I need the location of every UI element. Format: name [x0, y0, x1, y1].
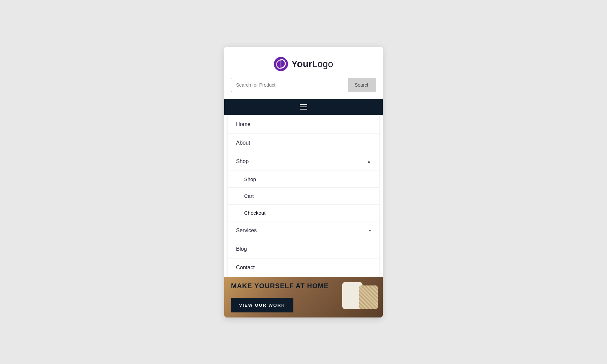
- hamburger-icon[interactable]: [300, 104, 307, 110]
- header: YourLogo: [224, 47, 383, 78]
- hero-cta-button[interactable]: VIEW OUR WORK: [231, 298, 293, 312]
- menu-item-contact[interactable]: Contact: [228, 259, 379, 277]
- logo-light: Logo: [312, 59, 333, 69]
- menu-item-blog-label: Blog: [236, 246, 247, 252]
- search-input[interactable]: [231, 78, 348, 92]
- hamburger-line-3: [300, 109, 307, 110]
- hamburger-line-2: [300, 107, 307, 107]
- menu-item-about[interactable]: About: [228, 134, 379, 152]
- hero-section: MAKE YOURSELF AT HOME VIEW OUR WORK: [224, 277, 383, 317]
- logo-wrapper: YourLogo: [274, 57, 333, 71]
- submenu-shop-label: Shop: [244, 176, 256, 182]
- logo-icon: [274, 57, 288, 71]
- hamburger-line-1: [300, 104, 307, 105]
- submenu-item-checkout[interactable]: Checkout: [228, 205, 379, 221]
- menu-item-home-label: Home: [236, 121, 251, 127]
- search-button[interactable]: Search: [348, 78, 376, 92]
- submenu-cart-label: Cart: [244, 193, 254, 199]
- menu-item-services-label: Services: [236, 228, 257, 234]
- menu-item-about-label: About: [236, 140, 250, 146]
- phone-container: YourLogo Search Home About Shop ▲: [224, 47, 383, 317]
- menu-item-blog[interactable]: Blog: [228, 240, 379, 259]
- menu-item-shop-label: Shop: [236, 158, 249, 164]
- shop-chevron-up-icon: ▲: [367, 159, 371, 164]
- submenu-item-shop[interactable]: Shop: [228, 171, 379, 188]
- menu-item-home[interactable]: Home: [228, 115, 379, 134]
- hero-text: MAKE YOURSELF AT HOME: [231, 282, 329, 290]
- submenu-checkout-label: Checkout: [244, 210, 265, 216]
- pillow-decoration: [339, 277, 379, 317]
- menu-item-services[interactable]: Services ▾: [228, 221, 379, 240]
- submenu-item-cart[interactable]: Cart: [228, 188, 379, 205]
- search-bar: Search: [224, 78, 383, 99]
- logo-text: YourLogo: [291, 59, 333, 69]
- pillow-2: [359, 285, 378, 309]
- menu-item-shop[interactable]: Shop ▲: [228, 152, 379, 171]
- menu-item-contact-label: Contact: [236, 265, 255, 271]
- dropdown-menu: Home About Shop ▲ Shop Cart Checkout Ser…: [228, 115, 379, 277]
- services-chevron-down-icon: ▾: [369, 228, 371, 233]
- navbar: [224, 99, 383, 115]
- logo-bold: Your: [291, 59, 312, 69]
